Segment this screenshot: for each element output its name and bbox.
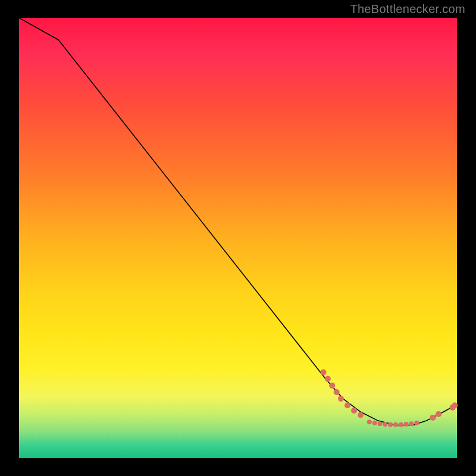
- chart-points-left-cluster: [321, 369, 364, 418]
- attribution-text: TheBottlenecker.com: [350, 2, 465, 16]
- chart-data-point: [404, 422, 409, 427]
- chart-line-curve: [19, 18, 457, 425]
- chart-data-point: [409, 421, 414, 426]
- chart-data-point: [325, 376, 331, 382]
- chart-data-point: [321, 369, 327, 375]
- chart-plot: [19, 18, 457, 458]
- chart-data-point: [399, 422, 403, 427]
- chart-data-point: [452, 402, 458, 408]
- chart-data-point: [430, 415, 436, 421]
- chart-data-point: [388, 422, 393, 427]
- chart-data-point: [338, 396, 344, 402]
- chart-points-bottom-row: [367, 419, 419, 427]
- chart-data-point: [367, 419, 372, 424]
- chart-data-point: [351, 408, 357, 414]
- chart-data-point: [372, 421, 377, 425]
- chart-data-point: [358, 412, 364, 418]
- chart-data-point: [414, 421, 419, 425]
- chart-data-point: [393, 422, 398, 427]
- chart-data-point: [378, 421, 383, 426]
- chart-data-point: [329, 383, 335, 389]
- chart-data-point: [334, 389, 340, 395]
- chart-data-point: [436, 411, 441, 417]
- chart-data-point: [345, 402, 350, 408]
- chart-data-point: [383, 422, 387, 427]
- chart-svg: [19, 18, 457, 458]
